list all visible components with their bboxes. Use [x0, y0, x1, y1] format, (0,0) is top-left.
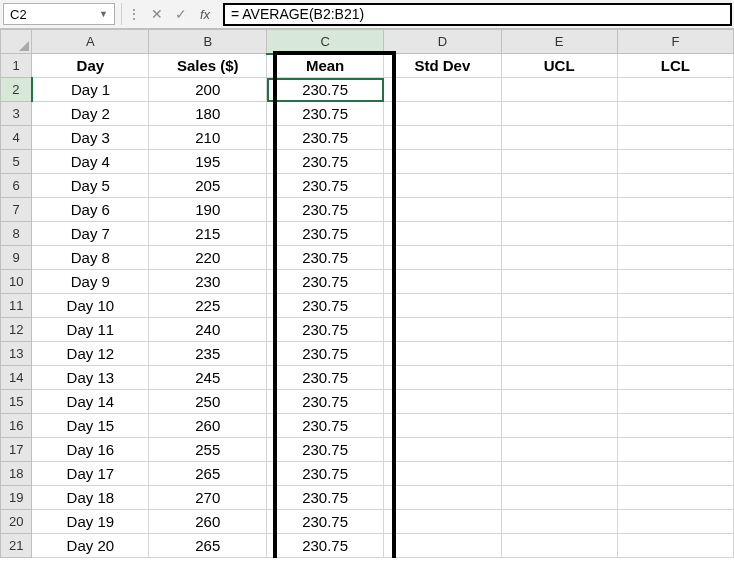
row-header-17[interactable]: 17 — [1, 438, 32, 462]
cell-E9[interactable] — [501, 246, 617, 270]
cell-A12[interactable]: Day 11 — [32, 318, 149, 342]
cell-C18[interactable]: 230.75 — [267, 462, 384, 486]
cell-B16[interactable]: 260 — [149, 414, 267, 438]
col-header-A[interactable]: A — [32, 30, 149, 54]
cell-F19[interactable] — [617, 486, 733, 510]
cell-B20[interactable]: 260 — [149, 510, 267, 534]
cell-B21[interactable]: 265 — [149, 534, 267, 558]
cell-B6[interactable]: 205 — [149, 174, 267, 198]
row-header-21[interactable]: 21 — [1, 534, 32, 558]
cell-C3[interactable]: 230.75 — [267, 102, 384, 126]
cell-E11[interactable] — [501, 294, 617, 318]
cell-A1[interactable]: Day — [32, 54, 149, 78]
cell-C1[interactable]: Mean — [267, 54, 384, 78]
row-header-10[interactable]: 10 — [1, 270, 32, 294]
cell-D9[interactable] — [384, 246, 501, 270]
cell-B2[interactable]: 200 — [149, 78, 267, 102]
cell-A10[interactable]: Day 9 — [32, 270, 149, 294]
cell-F5[interactable] — [617, 150, 733, 174]
cell-A8[interactable]: Day 7 — [32, 222, 149, 246]
row-header-3[interactable]: 3 — [1, 102, 32, 126]
cell-B5[interactable]: 195 — [149, 150, 267, 174]
cell-F20[interactable] — [617, 510, 733, 534]
row-header-20[interactable]: 20 — [1, 510, 32, 534]
cell-C15[interactable]: 230.75 — [267, 390, 384, 414]
cell-A11[interactable]: Day 10 — [32, 294, 149, 318]
cell-F13[interactable] — [617, 342, 733, 366]
row-header-12[interactable]: 12 — [1, 318, 32, 342]
cell-D13[interactable] — [384, 342, 501, 366]
cell-A16[interactable]: Day 15 — [32, 414, 149, 438]
row-header-15[interactable]: 15 — [1, 390, 32, 414]
row-header-7[interactable]: 7 — [1, 198, 32, 222]
cell-D6[interactable] — [384, 174, 501, 198]
cell-C11[interactable]: 230.75 — [267, 294, 384, 318]
row-header-14[interactable]: 14 — [1, 366, 32, 390]
row-header-8[interactable]: 8 — [1, 222, 32, 246]
cell-B1[interactable]: Sales ($) — [149, 54, 267, 78]
cell-E13[interactable] — [501, 342, 617, 366]
col-header-F[interactable]: F — [617, 30, 733, 54]
row-header-18[interactable]: 18 — [1, 462, 32, 486]
cell-E20[interactable] — [501, 510, 617, 534]
cell-F16[interactable] — [617, 414, 733, 438]
row-header-13[interactable]: 13 — [1, 342, 32, 366]
cell-D11[interactable] — [384, 294, 501, 318]
cell-C5[interactable]: 230.75 — [267, 150, 384, 174]
cell-D17[interactable] — [384, 438, 501, 462]
cell-F3[interactable] — [617, 102, 733, 126]
cell-B17[interactable]: 255 — [149, 438, 267, 462]
cell-E1[interactable]: UCL — [501, 54, 617, 78]
row-header-1[interactable]: 1 — [1, 54, 32, 78]
cell-F12[interactable] — [617, 318, 733, 342]
cell-A15[interactable]: Day 14 — [32, 390, 149, 414]
cell-D1[interactable]: Std Dev — [384, 54, 501, 78]
name-box[interactable]: C2 ▼ — [3, 3, 115, 25]
fx-icon[interactable]: fx — [193, 3, 217, 25]
select-all-corner[interactable] — [1, 30, 32, 54]
row-header-4[interactable]: 4 — [1, 126, 32, 150]
cell-C7[interactable]: 230.75 — [267, 198, 384, 222]
cell-D8[interactable] — [384, 222, 501, 246]
cell-F18[interactable] — [617, 462, 733, 486]
cell-E5[interactable] — [501, 150, 617, 174]
row-header-11[interactable]: 11 — [1, 294, 32, 318]
name-box-expand-icon[interactable]: ⋮ — [121, 3, 145, 25]
cancel-formula-icon[interactable]: ✕ — [145, 3, 169, 25]
cell-B15[interactable]: 250 — [149, 390, 267, 414]
cell-C12[interactable]: 230.75 — [267, 318, 384, 342]
cell-D14[interactable] — [384, 366, 501, 390]
cell-A2[interactable]: Day 1 — [32, 78, 149, 102]
cell-D4[interactable] — [384, 126, 501, 150]
cell-C2[interactable]: 230.75 — [267, 78, 384, 102]
cell-D12[interactable] — [384, 318, 501, 342]
cell-E12[interactable] — [501, 318, 617, 342]
cell-A7[interactable]: Day 6 — [32, 198, 149, 222]
cell-F6[interactable] — [617, 174, 733, 198]
formula-input[interactable]: = AVERAGE(B2:B21) — [223, 3, 732, 26]
cell-A18[interactable]: Day 17 — [32, 462, 149, 486]
cell-C4[interactable]: 230.75 — [267, 126, 384, 150]
cell-E8[interactable] — [501, 222, 617, 246]
cell-A14[interactable]: Day 13 — [32, 366, 149, 390]
cell-B19[interactable]: 270 — [149, 486, 267, 510]
cell-B18[interactable]: 265 — [149, 462, 267, 486]
cell-F14[interactable] — [617, 366, 733, 390]
cell-D15[interactable] — [384, 390, 501, 414]
cell-E10[interactable] — [501, 270, 617, 294]
cell-B7[interactable]: 190 — [149, 198, 267, 222]
row-header-2[interactable]: 2 — [1, 78, 32, 102]
cell-C20[interactable]: 230.75 — [267, 510, 384, 534]
cell-E21[interactable] — [501, 534, 617, 558]
cell-F10[interactable] — [617, 270, 733, 294]
cell-F15[interactable] — [617, 390, 733, 414]
cell-C6[interactable]: 230.75 — [267, 174, 384, 198]
cell-C10[interactable]: 230.75 — [267, 270, 384, 294]
cell-F2[interactable] — [617, 78, 733, 102]
cell-E18[interactable] — [501, 462, 617, 486]
cell-D5[interactable] — [384, 150, 501, 174]
cell-E7[interactable] — [501, 198, 617, 222]
cell-B14[interactable]: 245 — [149, 366, 267, 390]
cell-A4[interactable]: Day 3 — [32, 126, 149, 150]
cell-C19[interactable]: 230.75 — [267, 486, 384, 510]
